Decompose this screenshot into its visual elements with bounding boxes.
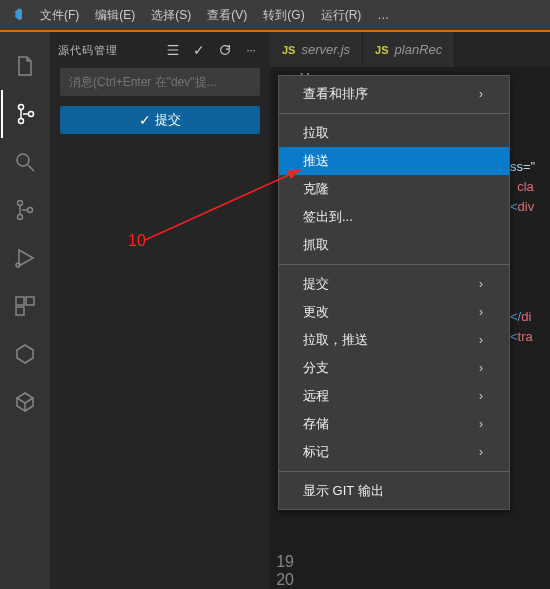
ctx-item[interactable]: 更改›	[279, 298, 509, 326]
activity-scm[interactable]	[1, 90, 49, 138]
svg-marker-12	[17, 345, 33, 363]
menu-goto[interactable]: 转到(G)	[255, 3, 312, 28]
menu-select[interactable]: 选择(S)	[143, 3, 199, 28]
chevron-right-icon: ›	[479, 305, 483, 319]
chevron-right-icon: ›	[479, 361, 483, 375]
commit-button[interactable]: ✓ 提交	[60, 106, 260, 134]
ctx-item[interactable]: 推送	[279, 147, 509, 175]
svg-point-6	[18, 215, 23, 220]
ctx-item[interactable]: 拉取，推送›	[279, 326, 509, 354]
ctx-item[interactable]: 查看和排序›	[279, 80, 509, 108]
activity-search[interactable]	[1, 138, 49, 186]
activity-hex[interactable]	[1, 330, 49, 378]
commit-message-input[interactable]	[60, 68, 260, 96]
ctx-item[interactable]: 提交›	[279, 270, 509, 298]
chevron-right-icon: ›	[479, 333, 483, 347]
activity-explorer[interactable]	[1, 42, 49, 90]
svg-point-8	[16, 263, 20, 267]
line-numbers-tail: 19 20	[270, 553, 306, 589]
activity-bar	[0, 32, 50, 589]
vscode-logo-icon	[8, 7, 24, 23]
chevron-right-icon: ›	[479, 277, 483, 291]
chevron-right-icon: ›	[479, 417, 483, 431]
js-icon: JS	[375, 44, 388, 56]
ctx-item[interactable]: 抓取	[279, 231, 509, 259]
menu-view[interactable]: 查看(V)	[199, 3, 255, 28]
scm-context-menu: 查看和排序›拉取推送克隆签出到...抓取提交›更改›拉取，推送›分支›远程›存储…	[278, 75, 510, 510]
chevron-right-icon: ›	[479, 445, 483, 459]
ctx-item[interactable]: 拉取	[279, 119, 509, 147]
title-bar: 文件(F) 编辑(E) 选择(S) 查看(V) 转到(G) 运行(R) …	[0, 0, 550, 32]
ctx-item[interactable]: 存储›	[279, 410, 509, 438]
ctx-item[interactable]: 远程›	[279, 382, 509, 410]
activity-cube[interactable]	[1, 378, 49, 426]
chevron-right-icon: ›	[479, 389, 483, 403]
scm-sidebar: 源代码管理 ✓ ··· ✓ 提交	[50, 32, 270, 589]
ctx-item[interactable]: 签出到...	[279, 203, 509, 231]
scm-refresh-icon[interactable]	[214, 39, 236, 61]
ctx-separator	[279, 264, 509, 265]
menu-edit[interactable]: 编辑(E)	[87, 3, 143, 28]
ctx-item[interactable]: 分支›	[279, 354, 509, 382]
scm-commit-icon[interactable]: ✓	[188, 39, 210, 61]
scm-more-icon[interactable]: ···	[240, 39, 262, 61]
svg-rect-10	[26, 297, 34, 305]
activity-branch[interactable]	[1, 186, 49, 234]
svg-point-1	[19, 119, 24, 124]
tab-bar: JSserver.js JSplanRec	[270, 32, 550, 67]
chevron-right-icon: ›	[479, 87, 483, 101]
activity-debug[interactable]	[1, 234, 49, 282]
menu-file[interactable]: 文件(F)	[32, 3, 87, 28]
svg-point-3	[17, 154, 29, 166]
scm-view-tree-icon[interactable]	[162, 39, 184, 61]
ctx-item[interactable]: 标记›	[279, 438, 509, 466]
menu-run[interactable]: 运行(R)	[313, 3, 370, 28]
svg-point-2	[29, 112, 34, 117]
svg-point-7	[28, 208, 33, 213]
menu-overflow[interactable]: …	[369, 4, 397, 26]
scm-title: 源代码管理	[58, 43, 118, 58]
ctx-separator	[279, 113, 509, 114]
svg-line-4	[28, 165, 34, 171]
svg-rect-11	[16, 307, 24, 315]
tab-server-js[interactable]: JSserver.js	[270, 32, 363, 67]
activity-extensions[interactable]	[1, 282, 49, 330]
svg-point-5	[18, 201, 23, 206]
tab-planrec[interactable]: JSplanRec	[363, 32, 455, 67]
js-icon: JS	[282, 44, 295, 56]
ctx-item[interactable]: 克隆	[279, 175, 509, 203]
ctx-item[interactable]: 显示 GIT 输出	[279, 477, 509, 505]
svg-point-0	[19, 105, 24, 110]
commit-button-label: 提交	[155, 111, 181, 129]
svg-rect-9	[16, 297, 24, 305]
ctx-separator	[279, 471, 509, 472]
